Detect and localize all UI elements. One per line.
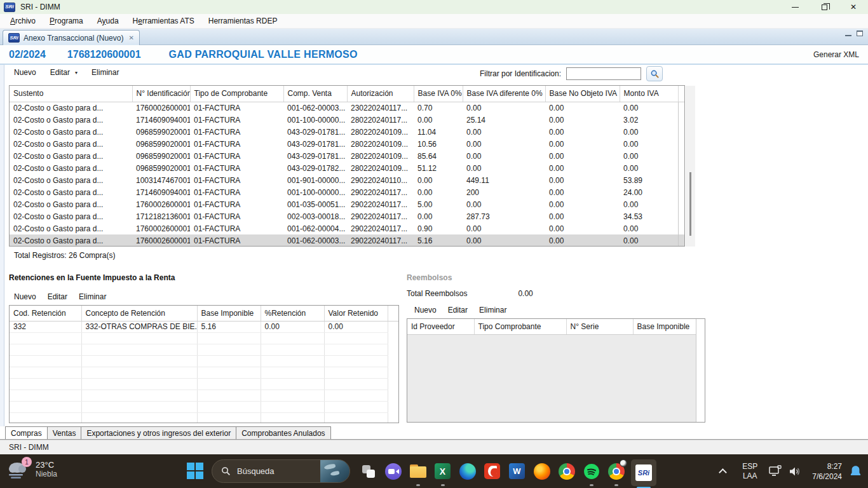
column-header[interactable]: Cod. Retención xyxy=(10,306,81,321)
speaker-icon[interactable] xyxy=(789,466,802,477)
column-header[interactable]: Autorización xyxy=(347,86,414,102)
column-header[interactable]: Monto IVA xyxy=(620,86,678,102)
table-cell: 1714609094001 xyxy=(132,186,190,198)
pdf-reader-button[interactable] xyxy=(480,454,505,488)
reembolsos-eliminar-button[interactable]: Eliminar xyxy=(479,306,506,315)
search-icon xyxy=(221,466,231,476)
table-row[interactable]: 332332-OTRAS COMPRAS DE BIE...5.160.000.… xyxy=(10,321,399,332)
table-cell xyxy=(197,412,261,423)
menu-item-herramientas-rdep[interactable]: Herramientas RDEP xyxy=(203,15,287,27)
taskbar-search[interactable]: Búsqueda xyxy=(212,459,350,483)
notification-badge: 1 xyxy=(22,457,32,467)
weather-widget[interactable]: 1 23°C Niebla xyxy=(6,458,57,480)
edge-button[interactable] xyxy=(455,454,480,488)
table-row[interactable]: 02-Costo o Gasto para d...10031474670010… xyxy=(10,174,685,186)
table-row[interactable]: 02-Costo o Gasto para d...09685990200010… xyxy=(10,126,685,138)
table-row[interactable]: 02-Costo o Gasto para d...17600026000010… xyxy=(10,222,685,234)
column-header[interactable]: N° Identificación xyxy=(132,86,190,102)
running-indicator xyxy=(614,484,618,486)
clock[interactable]: 8:27 7/6/2024 xyxy=(812,461,842,482)
title-bar: SRi SRI - DIMM ✕ xyxy=(0,0,868,14)
column-header[interactable]: Base No Objeto IVA xyxy=(545,86,620,102)
table-row[interactable]: 02-Costo o Gasto para d...09685990200010… xyxy=(10,162,685,174)
menu-item-programa[interactable]: Programa xyxy=(44,15,92,27)
excel-button[interactable]: X xyxy=(430,454,455,488)
table-row[interactable]: 02-Costo o Gasto para d...17600026000010… xyxy=(10,102,685,114)
bottom-tab-exportaciones-y-otros-ingresos-del-exterior[interactable]: Exportaciones y otros ingresos del exter… xyxy=(81,426,236,439)
table-row[interactable]: 02-Costo o Gasto para d...09685990200010… xyxy=(10,150,685,162)
language-indicator[interactable]: ESP LAA xyxy=(742,462,757,481)
editar-button[interactable]: Editar xyxy=(50,68,70,77)
column-header[interactable]: Sustento xyxy=(10,86,132,102)
reembolsos-editar-button[interactable]: Editar xyxy=(448,306,468,315)
editar-dropdown-icon[interactable]: ▾ xyxy=(75,70,78,76)
notification-bell-icon[interactable] xyxy=(850,465,862,477)
video-call-app-button[interactable] xyxy=(381,454,405,488)
tray-expand-icon[interactable] xyxy=(719,468,727,477)
spotify-button[interactable] xyxy=(579,454,604,488)
compras-scrollbar[interactable] xyxy=(686,86,695,247)
column-header[interactable]: Id Proveedor xyxy=(407,319,474,334)
table-row[interactable]: 02-Costo o Gasto para d...17121821360010… xyxy=(10,210,685,222)
table-cell: 0.00 xyxy=(545,150,620,162)
start-button[interactable] xyxy=(187,463,203,479)
column-header[interactable]: N° Serie xyxy=(566,319,633,334)
menu-item-herramientas-ats[interactable]: Herramientas ATS xyxy=(128,15,203,27)
menu-bar: ArchivoProgramaAyudaHerramientas ATSHerr… xyxy=(0,14,868,29)
sri-dimm-button[interactable]: SRi xyxy=(628,454,659,488)
bottom-tab-comprobantes-anulados[interactable]: Comprobantes Anulados xyxy=(236,426,330,439)
filter-input[interactable] xyxy=(566,67,641,80)
restore-button[interactable] xyxy=(810,0,839,14)
collapsed-panel-rail[interactable] xyxy=(0,65,4,440)
menu-item-ayuda[interactable]: Ayuda xyxy=(92,15,128,27)
table-row[interactable]: 02-Costo o Gasto para d...17146090940010… xyxy=(10,114,685,126)
tab-anexo-transaccional[interactable]: SRi Anexo Transaccional (Nuevo) ✕ xyxy=(3,30,140,45)
view-maximize-icon[interactable] xyxy=(857,30,863,36)
nuevo-button[interactable]: Nuevo xyxy=(14,68,36,77)
column-header[interactable]: %Retención xyxy=(261,306,324,321)
scrollbar-thumb[interactable] xyxy=(689,172,691,236)
bottom-tab-ventas[interactable]: Ventas xyxy=(47,426,82,439)
reembolsos-scroll-track[interactable] xyxy=(696,319,705,423)
column-header[interactable]: Tipo Comprobante xyxy=(474,319,566,334)
reembolsos-nuevo-button[interactable]: Nuevo xyxy=(414,306,437,315)
view-minimize-icon[interactable] xyxy=(845,31,851,36)
column-header[interactable]: Tipo de Comprobante xyxy=(190,86,283,102)
table-cell: 0.00 xyxy=(414,114,463,126)
table-cell: 280220240117... xyxy=(347,114,414,126)
firefox-button[interactable] xyxy=(529,454,554,488)
table-row[interactable]: 02-Costo o Gasto para d...17600026000010… xyxy=(10,234,685,247)
chrome-profile-button[interactable] xyxy=(604,454,628,488)
table-row[interactable]: 02-Costo o Gasto para d...17600026000010… xyxy=(10,198,685,210)
table-row[interactable]: 02-Costo o Gasto para d...09685990200010… xyxy=(10,138,685,150)
chrome-button[interactable] xyxy=(554,454,579,488)
column-header[interactable]: Valor Retenido xyxy=(324,306,388,321)
retenciones-eliminar-button[interactable]: Eliminar xyxy=(79,292,106,301)
file-explorer-button[interactable] xyxy=(405,454,430,488)
table-cell xyxy=(197,355,261,367)
eliminar-button[interactable]: Eliminar xyxy=(92,68,119,77)
minimize-button[interactable] xyxy=(780,0,810,14)
table-row[interactable]: 02-Costo o Gasto para d...17146090940010… xyxy=(10,186,685,198)
retenciones-editar-button[interactable]: Editar xyxy=(48,292,67,301)
table-cell xyxy=(678,138,685,150)
network-icon[interactable] xyxy=(769,465,783,478)
word-button[interactable]: W xyxy=(505,454,529,488)
column-header[interactable]: Base Imponible xyxy=(197,306,261,321)
filter-search-button[interactable] xyxy=(646,66,663,81)
column-header[interactable]: Base IVA diferente 0% xyxy=(463,86,545,102)
menu-item-archivo[interactable]: Archivo xyxy=(5,15,44,27)
table-cell: 02-Costo o Gasto para d... xyxy=(10,210,132,222)
column-header[interactable]: Base Imponible xyxy=(633,319,696,334)
column-header[interactable]: Base IVA 0% xyxy=(414,86,463,102)
column-header[interactable]: Comp. Venta xyxy=(283,86,347,102)
table-cell xyxy=(388,321,399,332)
window-controls: ✕ xyxy=(780,0,868,14)
retenciones-nuevo-button[interactable]: Nuevo xyxy=(14,292,36,301)
task-view-button[interactable] xyxy=(356,454,381,488)
generate-xml-button[interactable]: Generar XML xyxy=(813,50,859,59)
close-button[interactable]: ✕ xyxy=(839,0,868,14)
column-header[interactable]: Concepto de Retención xyxy=(81,306,197,321)
tab-close-icon[interactable]: ✕ xyxy=(128,34,133,41)
bottom-tab-compras[interactable]: Compras xyxy=(5,426,48,439)
